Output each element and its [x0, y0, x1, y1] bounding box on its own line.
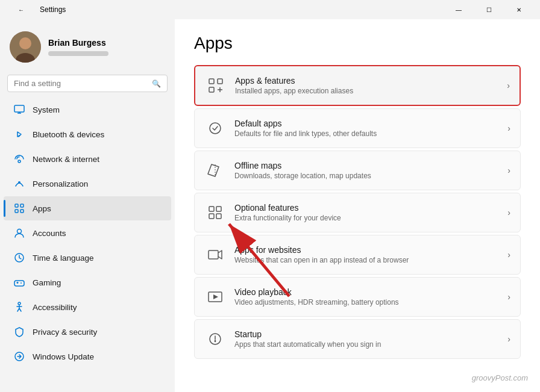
nav-item-label: Accessibility	[33, 303, 77, 312]
minimize-button[interactable]: —	[445, 0, 472, 19]
titlebar-left: ← Settings	[7, 0, 66, 19]
nav-item-label: Network & internet	[33, 155, 99, 164]
svg-rect-8	[15, 204, 18, 207]
close-button[interactable]: ✕	[505, 0, 533, 19]
privacy-icon	[13, 326, 25, 338]
chevron-right-icon: ›	[507, 81, 510, 90]
sidebar-item-bluetooth[interactable]: Bluetooth & devices	[4, 122, 171, 146]
sidebar-item-gaming[interactable]: Gaming	[4, 270, 171, 294]
titlebar: ← Settings — ☐ ✕	[0, 0, 540, 19]
settings-item-title-startup: Startup	[234, 329, 503, 339]
time-icon	[13, 252, 25, 264]
default-apps-icon	[204, 117, 226, 139]
user-name: Brian Burgess	[48, 38, 108, 48]
svg-rect-27	[209, 214, 214, 219]
network-icon	[13, 153, 25, 165]
search-icon: 🔍	[152, 79, 161, 88]
settings-item-apps-websites[interactable]: Apps for websites Websites that can open…	[194, 235, 521, 275]
chevron-right-icon: ›	[507, 208, 510, 217]
settings-item-title-offline-maps: Offline maps	[234, 161, 503, 170]
titlebar-title: Settings	[40, 5, 66, 14]
settings-item-desc-apps-websites: Websites that can open in an app instead…	[234, 256, 503, 264]
sidebar-nav: System Bluetooth & devices Network & int…	[0, 97, 175, 369]
nav-item-label: Time & language	[33, 254, 94, 263]
svg-rect-26	[216, 207, 221, 211]
apps-websites-icon	[204, 244, 226, 266]
chevron-right-icon: ›	[507, 334, 510, 344]
svg-rect-29	[209, 250, 218, 259]
settings-item-title-apps-features: Apps & features	[235, 76, 502, 86]
svg-rect-14	[14, 281, 24, 286]
svg-rect-11	[20, 210, 24, 213]
sidebar: Brian Burgess 🔍 System Bluetooth & devic…	[0, 19, 175, 392]
chevron-right-icon: ›	[507, 123, 510, 133]
settings-item-apps-features[interactable]: Apps & features Installed apps, app exec…	[194, 65, 521, 106]
settings-item-offline-maps[interactable]: Offline maps Downloads, storage location…	[194, 151, 521, 190]
chevron-right-icon: ›	[507, 292, 510, 302]
sidebar-item-update[interactable]: Windows Update	[4, 344, 171, 369]
svg-rect-20	[209, 87, 214, 92]
svg-point-23	[210, 123, 221, 134]
nav-item-label: Bluetooth & devices	[33, 130, 104, 139]
svg-rect-10	[15, 210, 18, 213]
settings-item-video-playback[interactable]: Video playback Video adjustments, HDR st…	[194, 277, 521, 317]
sidebar-item-personalization[interactable]: Personalization	[4, 172, 171, 196]
optional-features-icon	[204, 202, 226, 223]
video-playback-icon	[204, 286, 226, 308]
sidebar-item-accounts[interactable]: Accounts	[4, 221, 171, 245]
settings-item-desc-default-apps: Defaults for file and link types, other …	[234, 129, 503, 138]
settings-item-title-apps-websites: Apps for websites	[234, 245, 503, 255]
nav-item-label: Personalization	[33, 179, 88, 188]
content-area: Apps Apps & features Installed apps, app…	[175, 19, 540, 392]
avatar	[10, 31, 41, 63]
svg-rect-9	[20, 204, 24, 207]
nav-item-label: Windows Update	[33, 352, 94, 361]
apps-icon	[13, 202, 25, 214]
search-input[interactable]	[14, 79, 147, 88]
user-account-bar	[48, 51, 108, 56]
nav-item-label: Accounts	[33, 229, 66, 238]
sidebar-item-accessibility[interactable]: Accessibility	[4, 295, 171, 319]
search-box[interactable]: 🔍	[7, 75, 168, 92]
settings-item-startup[interactable]: Startup Apps that start automatically wh…	[194, 319, 521, 359]
svg-rect-18	[209, 79, 214, 84]
svg-marker-31	[213, 294, 218, 299]
sidebar-item-network[interactable]: Network & internet	[4, 147, 171, 171]
sidebar-item-system[interactable]: System	[4, 98, 171, 122]
nav-item-label: System	[33, 105, 60, 114]
watermark: groovyPost.com	[472, 373, 528, 382]
chevron-right-icon: ›	[507, 250, 510, 260]
sidebar-item-privacy[interactable]: Privacy & security	[4, 320, 171, 344]
accessibility-icon	[13, 301, 25, 313]
maximize-button[interactable]: ☐	[475, 0, 503, 19]
accounts-icon	[13, 227, 25, 239]
settings-item-title-optional-features: Optional features	[234, 203, 503, 213]
svg-point-12	[17, 229, 22, 234]
svg-rect-25	[209, 207, 214, 211]
settings-item-desc-startup: Apps that start automatically when you s…	[234, 340, 503, 349]
avatar-image	[10, 31, 41, 63]
offline-maps-icon	[204, 160, 226, 181]
bluetooth-icon	[13, 128, 25, 140]
settings-item-default-apps[interactable]: Default apps Defaults for file and link …	[194, 108, 521, 148]
nav-item-label: Apps	[33, 204, 51, 213]
svg-point-1	[19, 37, 31, 49]
back-button[interactable]: ←	[7, 0, 35, 19]
svg-rect-3	[14, 105, 24, 112]
apps-features-icon	[205, 75, 227, 96]
settings-item-title-default-apps: Default apps	[234, 119, 503, 128]
settings-item-optional-features[interactable]: Optional features Extra functionality fo…	[194, 193, 521, 232]
svg-point-15	[20, 282, 22, 284]
user-info: Brian Burgess	[48, 38, 108, 56]
settings-item-title-video-playback: Video playback	[234, 287, 503, 297]
titlebar-controls: — ☐ ✕	[445, 0, 533, 19]
sidebar-item-time[interactable]: Time & language	[4, 246, 171, 270]
nav-item-label: Gaming	[33, 278, 61, 287]
settings-item-desc-offline-maps: Downloads, storage location, map updates	[234, 172, 503, 180]
personalization-icon	[13, 178, 25, 190]
sidebar-item-apps[interactable]: Apps	[4, 196, 171, 220]
settings-item-desc-apps-features: Installed apps, app execution aliases	[235, 87, 502, 95]
svg-rect-19	[218, 79, 222, 84]
startup-icon	[204, 328, 226, 350]
settings-list: Apps & features Installed apps, app exec…	[194, 65, 521, 359]
